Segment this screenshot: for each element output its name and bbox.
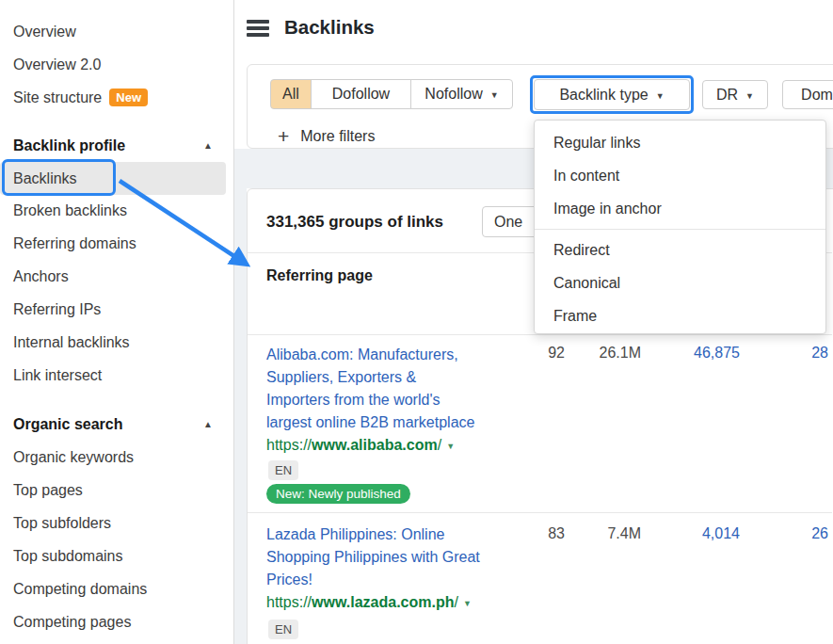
chevron-up-icon: ▲	[203, 419, 213, 429]
sidebar-item-label: Broken backlinks	[13, 202, 127, 219]
stat-link[interactable]: 26	[766, 525, 828, 542]
sidebar-item-label: Competing pages	[13, 614, 131, 631]
sidebar-item-label: Top subdomains	[13, 548, 123, 565]
stat-value: 92	[508, 345, 565, 362]
sidebar-item-label: Competing domains	[13, 581, 147, 598]
sidebar-item-overview[interactable]: Overview	[0, 15, 233, 48]
sidebar-item-organic-keywords[interactable]: Organic keywords	[0, 441, 233, 474]
backlink-type-menu: Regular links In content Image in anchor…	[534, 120, 826, 334]
url-chevron-down-icon[interactable]: ▼	[463, 599, 472, 608]
sidebar-item-referring-domains[interactable]: Referring domains	[0, 227, 233, 260]
button-label: More filters	[300, 128, 375, 145]
sidebar-section-backlink-profile[interactable]: Backlink profile ▲	[0, 129, 233, 162]
referring-page-url[interactable]: https://www.alibaba.com/▼	[266, 437, 455, 454]
sidebar-item-label: Overview	[13, 24, 76, 40]
menu-item-in-content[interactable]: In content	[535, 159, 825, 192]
chevron-down-icon: ▼	[656, 91, 665, 101]
menu-item-regular-links[interactable]: Regular links	[535, 126, 825, 159]
menu-item-redirect[interactable]: Redirect	[535, 233, 825, 266]
filter-domain-button[interactable]: Dom	[782, 80, 833, 109]
url-domain: www.alibaba.com	[312, 437, 438, 453]
chevron-down-icon: ▼	[490, 90, 499, 100]
menu-item-label: In content	[553, 168, 619, 185]
backlinks-report-page: Overview Overview 2.0 Site structure New…	[0, 0, 833, 644]
plus-icon: +	[278, 127, 289, 146]
menu-item-canonical[interactable]: Canonical	[535, 266, 825, 299]
button-label: Dom	[801, 87, 833, 104]
stat-link[interactable]: 4,014	[649, 525, 740, 542]
sidebar-item-label: Referring domains	[13, 235, 136, 252]
url-chevron-down-icon[interactable]: ▼	[446, 442, 455, 451]
sidebar-item-label: Referring IPs	[13, 301, 101, 318]
stat-link[interactable]: 28	[766, 345, 828, 362]
referring-page-title-line: Prices!	[266, 569, 551, 591]
sidebar-item-label: Backlinks	[13, 170, 77, 187]
url-scheme: https://	[266, 594, 312, 610]
button-label: Backlink type	[559, 87, 648, 104]
sidebar-item-broken-backlinks[interactable]: Broken backlinks	[0, 194, 233, 227]
referring-page-title-line: Suppliers, Exporters &	[266, 366, 551, 389]
sidebar-item-label: Organic keywords	[13, 449, 134, 466]
results-count: 331,365 groups of links	[266, 213, 443, 232]
button-label: All	[282, 86, 299, 103]
column-header-referring-page[interactable]: Referring page	[266, 267, 373, 284]
filter-dofollow-button[interactable]: Dofollow	[311, 79, 411, 109]
url-scheme: https://	[266, 437, 312, 453]
page-title: Backlinks	[284, 16, 375, 39]
sidebar-section-title: Organic search	[13, 416, 123, 433]
sidebar-item-label: Link intersect	[13, 367, 102, 384]
referring-page-title-line: Importers from the world's	[266, 389, 551, 411]
menu-item-frame[interactable]: Frame	[535, 299, 825, 332]
stat-value: 26.1M	[569, 345, 641, 362]
sidebar-item-label: Anchors	[13, 268, 69, 285]
menu-icon[interactable]	[247, 20, 269, 37]
content-gap-sliver	[234, 149, 247, 644]
url-path: /	[438, 437, 441, 453]
url-domain: www.lazada.com.ph	[312, 594, 454, 610]
sidebar-item-label: Site structure	[13, 89, 102, 106]
sidebar-item-label: Internal backlinks	[13, 334, 130, 351]
sidebar-item-internal-backlinks[interactable]: Internal backlinks	[0, 326, 233, 359]
sidebar-item-top-subfolders[interactable]: Top subfolders	[0, 507, 233, 539]
menu-item-image-in-anchor[interactable]: Image in anchor	[535, 192, 825, 225]
menu-icon-bar	[247, 20, 269, 24]
language-badge: EN	[268, 620, 298, 639]
new-badge: New	[109, 89, 148, 106]
sidebar-item-top-subdomains[interactable]: Top subdomains	[0, 539, 233, 572]
stat-value: 7.4M	[569, 525, 641, 542]
sidebar-item-anchors[interactable]: Anchors	[0, 260, 233, 293]
filter-nofollow-button[interactable]: Nofollow ▼	[410, 79, 513, 109]
newly-published-badge: New: Newly published	[266, 484, 410, 504]
menu-item-label: Canonical	[553, 275, 620, 292]
more-filters-button[interactable]: + More filters	[278, 126, 375, 147]
button-label: DR	[716, 87, 738, 104]
sidebar-item-competing-pages[interactable]: Competing pages	[0, 605, 233, 638]
filter-backlink-type-button[interactable]: Backlink type ▼	[534, 79, 690, 110]
table-divider	[248, 334, 832, 335]
sidebar-item-site-structure[interactable]: Site structure New	[0, 81, 233, 114]
table-divider	[248, 512, 832, 513]
menu-icon-bar	[247, 26, 269, 30]
sidebar-item-overview-2[interactable]: Overview 2.0	[0, 48, 233, 81]
sidebar-section-organic-search[interactable]: Organic search ▲	[0, 408, 233, 441]
menu-item-label: Regular links	[553, 135, 640, 152]
sidebar-item-label: Overview 2.0	[13, 56, 101, 73]
button-label: Dofollow	[332, 86, 390, 103]
menu-divider	[535, 229, 825, 230]
stat-link[interactable]: 46,875	[649, 345, 740, 362]
menu-item-label: Image in anchor	[553, 201, 662, 217]
filter-dr-button[interactable]: DR ▼	[702, 80, 768, 109]
sidebar-section-title: Backlink profile	[13, 137, 125, 154]
language-badge: EN	[268, 460, 298, 480]
referring-page-url[interactable]: https://www.lazada.com.ph/▼	[266, 594, 472, 611]
stat-value: 83	[508, 525, 565, 542]
filter-all-button[interactable]: All	[270, 79, 312, 109]
sidebar-item-referring-ips[interactable]: Referring IPs	[0, 293, 233, 326]
referring-page-title-line: Shopping Philippines with Great	[266, 546, 551, 569]
button-label: One	[494, 214, 522, 231]
sidebar-item-backlinks[interactable]: Backlinks	[0, 162, 233, 195]
sidebar-item-competing-domains[interactable]: Competing domains	[0, 572, 233, 605]
chevron-up-icon: ▲	[203, 140, 213, 151]
sidebar-item-link-intersect[interactable]: Link intersect	[0, 359, 233, 392]
sidebar-item-top-pages[interactable]: Top pages	[0, 474, 233, 507]
